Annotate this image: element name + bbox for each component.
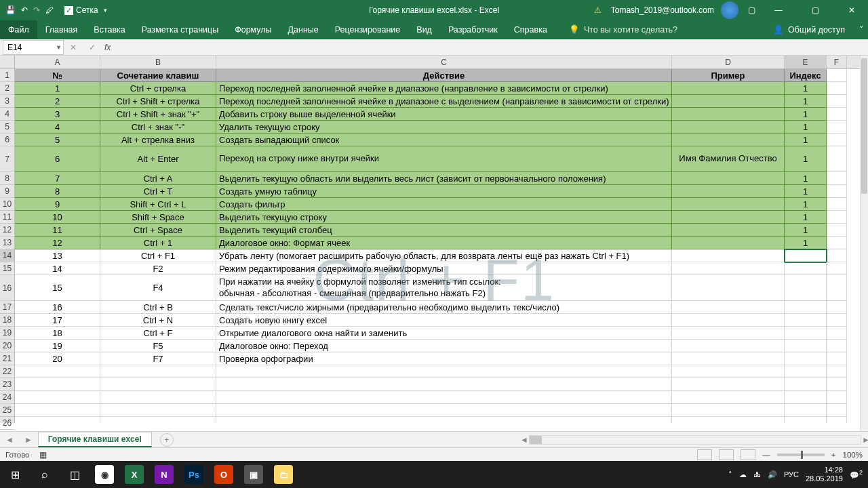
fx-icon[interactable]: fx [102, 43, 113, 52]
row-header[interactable]: 10 [0, 198, 14, 211]
cell[interactable] [827, 365, 847, 378]
row-header[interactable]: 25 [0, 404, 14, 417]
cell[interactable] [100, 417, 216, 423]
cell[interactable] [672, 404, 785, 417]
tab-review[interactable]: Рецензирование [327, 20, 409, 39]
cell[interactable] [827, 417, 847, 423]
row-header[interactable]: 21 [0, 352, 14, 365]
cell[interactable]: Сочетание клавиш [100, 69, 216, 82]
cell[interactable]: 1 [785, 185, 827, 198]
sheet-nav-prev-icon[interactable]: ◄ [0, 435, 19, 445]
name-box[interactable]: E14 ▼ [3, 40, 64, 55]
cell[interactable]: 2 [15, 95, 100, 108]
cell[interactable] [827, 146, 847, 172]
cell[interactable]: Создать новую книгу excel [216, 314, 672, 327]
cell[interactable]: Ctrl + F [100, 327, 216, 340]
tray-clock[interactable]: 14:28 28.05.2019 [806, 466, 843, 483]
undo-icon[interactable]: ↶ [21, 5, 28, 15]
cell[interactable]: 11 [15, 224, 100, 237]
cell[interactable] [785, 249, 827, 262]
cell[interactable]: Alt + Enter [100, 146, 216, 172]
start-button[interactable]: ⊞ [0, 461, 30, 488]
cell[interactable]: Ctrl + N [100, 314, 216, 327]
cell[interactable] [785, 404, 827, 417]
cell[interactable] [672, 340, 785, 352]
cell[interactable]: F7 [100, 352, 216, 365]
cell[interactable] [672, 121, 785, 134]
row-header[interactable]: 22 [0, 365, 14, 378]
row-header[interactable]: 9 [0, 185, 14, 198]
row-header[interactable]: 3 [0, 95, 14, 108]
add-sheet-button[interactable]: + [160, 433, 174, 447]
row-header[interactable]: 17 [0, 301, 14, 314]
tab-insert[interactable]: Вставка [85, 20, 133, 39]
cell[interactable] [827, 391, 847, 404]
cell[interactable] [827, 404, 847, 417]
cell[interactable] [785, 391, 827, 404]
gridlines-toggle[interactable]: ✓ Сетка [64, 5, 98, 15]
cell[interactable]: Shift + Space [100, 211, 216, 224]
cell[interactable]: 16 [15, 301, 100, 314]
taskbar-app-rec[interactable]: ▣ [239, 461, 269, 488]
cell[interactable] [672, 211, 785, 224]
cell[interactable]: 14 [15, 262, 100, 275]
cell[interactable]: Создать фильтр [216, 198, 672, 211]
cell[interactable]: 18 [15, 327, 100, 340]
cell[interactable] [827, 327, 847, 340]
row-header[interactable]: 11 [0, 211, 14, 224]
cell[interactable]: Диалоговое окно: Переход [216, 340, 672, 352]
cell[interactable]: 1 [785, 198, 827, 211]
cell[interactable] [15, 391, 100, 404]
cell[interactable] [785, 327, 827, 340]
cell[interactable] [100, 391, 216, 404]
cell[interactable]: Создать выпадающий список [216, 134, 672, 146]
cell[interactable] [827, 134, 847, 146]
cell[interactable]: Выделить текущий столбец [216, 224, 672, 237]
tray-volume-icon[interactable]: 🔊 [768, 470, 777, 479]
row-header[interactable]: 14 [0, 249, 14, 262]
tab-data[interactable]: Данные [280, 20, 327, 39]
cell[interactable]: 1 [785, 172, 827, 185]
touch-mode-icon[interactable]: 🖊 [45, 5, 54, 15]
cell[interactable] [672, 275, 785, 301]
cell[interactable] [672, 224, 785, 237]
cell[interactable] [15, 365, 100, 378]
macro-record-icon[interactable]: ▦ [39, 450, 47, 460]
zoom-in-button[interactable]: + [831, 451, 836, 459]
taskbar-app-onenote[interactable]: N [149, 461, 179, 488]
formula-input[interactable] [113, 40, 868, 55]
cell[interactable] [672, 82, 785, 95]
cell[interactable]: Убрать ленту (помогает расширить рабочую… [216, 249, 672, 262]
cell[interactable] [216, 378, 672, 391]
cell[interactable] [15, 378, 100, 391]
cell[interactable] [216, 404, 672, 417]
task-view-icon[interactable]: ◫ [60, 461, 90, 488]
cell[interactable]: Ctrl + 1 [100, 237, 216, 249]
cell[interactable]: F5 [100, 340, 216, 352]
cell[interactable] [785, 378, 827, 391]
cell[interactable]: 4 [15, 121, 100, 134]
cell[interactable]: 10 [15, 211, 100, 224]
taskbar-app-excel[interactable]: X [119, 461, 149, 488]
cell[interactable]: 1 [785, 237, 827, 249]
row-header[interactable]: 16 [0, 275, 14, 301]
cell[interactable]: 5 [15, 134, 100, 146]
tray-expand-icon[interactable]: ˄ [728, 470, 732, 479]
cell[interactable] [672, 314, 785, 327]
row-header[interactable]: 20 [0, 340, 14, 352]
cell[interactable]: 17 [15, 314, 100, 327]
cell[interactable]: Ctrl + A [100, 172, 216, 185]
vertical-scrollbar[interactable] [860, 56, 868, 431]
view-normal-button[interactable] [697, 449, 712, 460]
cell[interactable] [827, 172, 847, 185]
cell[interactable] [827, 237, 847, 249]
row-header[interactable]: 6 [0, 134, 14, 146]
cell[interactable] [785, 340, 827, 352]
cell[interactable] [785, 352, 827, 365]
cell[interactable]: Переход последней заполненной ячейке в д… [216, 95, 672, 108]
cell[interactable]: 12 [15, 237, 100, 249]
tab-developer[interactable]: Разработчик [440, 20, 506, 39]
qat-more-icon[interactable]: ▾ [104, 7, 107, 14]
tab-page-layout[interactable]: Разметка страницы [134, 20, 226, 39]
cell[interactable]: Shift + Ctrl + L [100, 198, 216, 211]
